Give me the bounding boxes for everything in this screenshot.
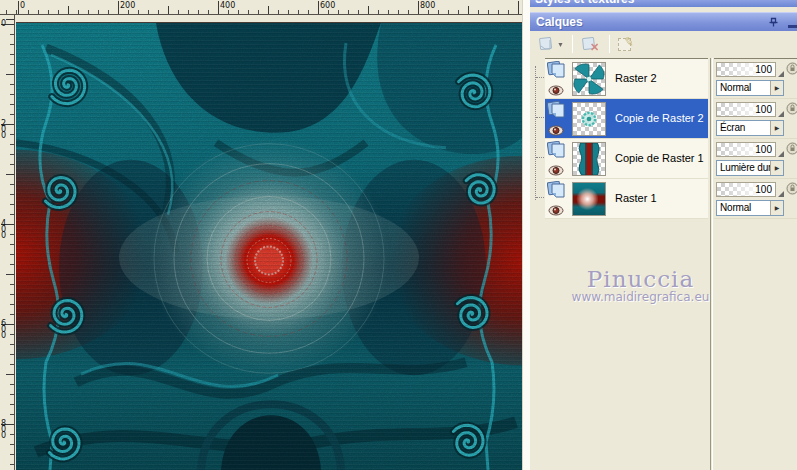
layer-visibility-eye-icon[interactable]: [548, 162, 564, 180]
layers-palette: Styles et textures Calques ▼: [530, 0, 797, 470]
layer-controls-list: 100 Normal ▶ 100: [714, 58, 797, 219]
layer-visibility-eye-icon[interactable]: [548, 202, 564, 220]
layer-visibility-eye-icon[interactable]: [548, 82, 564, 100]
layer-name: Copie de Raster 1: [615, 152, 704, 164]
layers-toolbar: ▼ ✕ ✎: [530, 31, 797, 57]
blend-mode-value: Normal: [720, 202, 751, 213]
horizontal-ruler: 0200400600800: [0, 0, 522, 15]
blend-mode-dropdown[interactable]: Lumière dure ▶: [716, 160, 784, 176]
hruler-label: 600: [320, 1, 335, 10]
layer-name: Raster 2: [615, 72, 657, 84]
blend-mode-dropdown[interactable]: Normal ▶: [716, 80, 784, 96]
layer-row-copie-de-raster-1[interactable]: Copie de Raster 1: [545, 139, 708, 179]
blend-dropdown-arrow-icon[interactable]: ▶: [770, 161, 783, 175]
blend-mode-dropdown[interactable]: Écran ▶: [716, 120, 784, 136]
opacity-value: 100: [755, 184, 772, 195]
styles-textures-title: Styles et textures: [530, 0, 797, 6]
layer-row-raster-2[interactable]: Raster 2: [545, 59, 708, 99]
watermark-url: www.maidiregrafica.eu: [548, 290, 733, 304]
horizontal-ruler-ticks: [0, 0, 522, 14]
layer-row-raster-1[interactable]: Raster 1: [545, 179, 708, 219]
app-window: 0200400600800 0200400600800: [0, 0, 797, 470]
opacity-slider[interactable]: 100: [716, 142, 776, 157]
blend-dropdown-arrow-icon[interactable]: ▶: [770, 81, 783, 95]
opacity-slider[interactable]: 100: [716, 62, 776, 77]
opacity-value: 100: [755, 104, 772, 115]
layer-type-icon: [547, 61, 567, 83]
blend-mode-dropdown[interactable]: Normal ▶: [716, 200, 784, 216]
opacity-slider[interactable]: 100: [716, 182, 776, 197]
canvas-palette-gap: [522, 0, 530, 470]
edit-selection-button[interactable]: ✎: [615, 33, 643, 55]
vruler-label: 800: [1, 421, 7, 439]
hruler-label: 0: [20, 1, 25, 10]
lock-icon[interactable]: [786, 62, 797, 75]
watermark: Pinuccia www.maidiregrafica.eu: [548, 266, 733, 304]
layer-thumbnail: [572, 102, 606, 136]
styles-textures-palette-partial-titlebar[interactable]: Styles et textures: [530, 0, 797, 7]
layer-visibility-eye-icon[interactable]: [548, 122, 564, 140]
minimize-dash-icon[interactable]: [788, 25, 797, 28]
opacity-slider-handle-icon[interactable]: [778, 111, 784, 117]
vruler-label: 200: [1, 121, 7, 139]
palette-title: Calques: [536, 15, 583, 29]
hruler-label: 200: [120, 1, 135, 10]
lock-icon[interactable]: [786, 182, 797, 195]
layer-list: Raster 2: [545, 58, 708, 219]
layer-row-copie-de-raster-2[interactable]: Copie de Raster 2: [545, 99, 708, 139]
toolbar-separator: [609, 35, 610, 53]
lock-icon[interactable]: [786, 142, 797, 155]
delete-layer-button[interactable]: ✕: [578, 33, 604, 55]
opacity-slider-handle-icon[interactable]: [778, 71, 784, 77]
layer-thumbnail: [572, 62, 606, 96]
vruler-label: 0: [1, 21, 7, 27]
image-canvas[interactable]: [16, 22, 522, 470]
blend-mode-value: Écran: [720, 122, 745, 133]
layer-name: Raster 1: [615, 192, 657, 204]
vruler-label: 400: [1, 221, 7, 239]
layer-name: Copie de Raster 2: [615, 112, 704, 124]
opacity-slider-handle-icon[interactable]: [778, 151, 784, 157]
new-layer-button[interactable]: ▼: [535, 33, 567, 55]
new-layer-icon: [538, 37, 554, 52]
vertical-ruler: 0200400600800: [0, 15, 15, 470]
new-layer-caret-icon: ▼: [557, 41, 564, 48]
blend-mode-value: Lumière dure: [720, 162, 777, 173]
layer-tree-connectors: [535, 66, 545, 200]
opacity-value: 100: [755, 144, 772, 155]
hruler-label: 400: [220, 1, 235, 10]
layer-thumbnail: [572, 182, 606, 216]
palette-pane-divider[interactable]: [710, 58, 713, 470]
vertical-ruler-ticks: [0, 15, 14, 470]
opacity-slider[interactable]: 100: [716, 102, 776, 117]
layer-controls-raster-2: 100 Normal ▶: [714, 59, 797, 99]
lock-icon[interactable]: [786, 102, 797, 115]
layer-controls-copie-de-raster-1: 100 Lumière dure ▶: [714, 139, 797, 179]
calques-palette-titlebar[interactable]: Calques: [530, 12, 797, 31]
pencil-icon: ✎: [623, 34, 635, 49]
layer-controls-copie-de-raster-2: 100 Écran ▶: [714, 99, 797, 139]
watermark-title: Pinuccia: [548, 266, 733, 292]
hruler-label: 800: [420, 1, 435, 10]
blend-dropdown-arrow-icon[interactable]: ▶: [770, 121, 783, 135]
toolbar-separator: [572, 35, 573, 53]
layer-type-icon: [547, 101, 567, 123]
blend-dropdown-arrow-icon[interactable]: ▶: [770, 201, 783, 215]
layer-type-icon: [547, 181, 567, 203]
delete-x-icon: ✕: [590, 41, 599, 54]
blend-mode-value: Normal: [720, 82, 751, 93]
layer-thumbnail: [572, 142, 606, 176]
pin-icon[interactable]: [768, 17, 779, 28]
layer-controls-raster-1: 100 Normal ▶: [714, 179, 797, 219]
opacity-slider-handle-icon[interactable]: [778, 191, 784, 197]
layer-type-icon: [547, 141, 567, 163]
opacity-value: 100: [755, 64, 772, 75]
vruler-label: 600: [1, 321, 7, 339]
